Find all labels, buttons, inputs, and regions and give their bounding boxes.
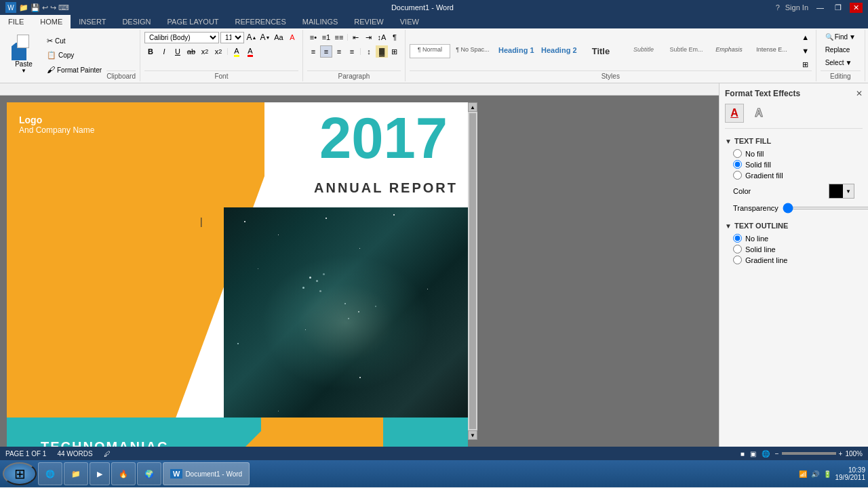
solid-line-radio[interactable]: [733, 245, 742, 253]
zoom-slider[interactable]: [782, 452, 836, 455]
solid-fill-radio[interactable]: [733, 160, 742, 169]
increase-font-button[interactable]: A▲: [245, 31, 258, 43]
document-page[interactable]: Logo And Company Name 2017 ANNUAL REPORT…: [7, 102, 468, 447]
web-view-button[interactable]: 🌐: [762, 450, 770, 458]
text-highlight-button[interactable]: A: [231, 45, 243, 58]
decrease-font-button[interactable]: A▼: [259, 31, 271, 43]
underline-button[interactable]: U: [172, 45, 184, 58]
taskbar-battery-icon[interactable]: 🔋: [823, 470, 831, 478]
transparency-slider[interactable]: [783, 207, 868, 209]
copy-button[interactable]: 📋 Copy: [42, 49, 106, 62]
style-heading1[interactable]: Heading 1: [495, 44, 536, 58]
color-dropdown-button[interactable]: ▼: [843, 184, 854, 198]
no-fill-radio[interactable]: [733, 149, 742, 158]
solid-line-option[interactable]: Solid line: [733, 245, 863, 253]
subscript-button[interactable]: x2: [199, 45, 211, 58]
proofing-icon[interactable]: 🖊: [104, 450, 111, 458]
styles-scroll-up[interactable]: ▲: [800, 31, 812, 43]
sort-button[interactable]: ↕A: [376, 31, 388, 43]
style-intense-e[interactable]: Intense E...: [751, 44, 792, 58]
find-button[interactable]: 🔍 Find ▼: [821, 31, 861, 43]
bold-button[interactable]: B: [144, 45, 157, 58]
increase-indent-button[interactable]: ⇥: [363, 31, 375, 43]
align-right-button[interactable]: ≡: [333, 45, 345, 58]
gradient-line-radio[interactable]: [733, 256, 742, 264]
text-fill-icon-button[interactable]: A: [725, 104, 744, 123]
bullets-button[interactable]: ≡•: [307, 31, 319, 43]
styles-more-button[interactable]: ⊞: [800, 58, 812, 70]
paste-button[interactable]: Paste ▼: [7, 31, 41, 77]
style-normal[interactable]: ¶ Normal: [410, 44, 450, 58]
show-formatting-button[interactable]: ¶: [389, 31, 401, 43]
style-subtitle[interactable]: Subtitle: [623, 44, 664, 58]
tab-insert[interactable]: INSERT: [71, 15, 114, 28]
change-case-button[interactable]: Aa: [273, 31, 285, 43]
normal-view-button[interactable]: ■: [741, 450, 745, 458]
scroll-thumb[interactable]: [469, 113, 476, 429]
decrease-indent-button[interactable]: ⇤: [350, 31, 362, 43]
gradient-fill-radio[interactable]: [733, 171, 742, 180]
clear-formatting-button[interactable]: A: [286, 31, 298, 43]
align-left-button[interactable]: ≡: [307, 45, 319, 58]
font-color-button[interactable]: A: [244, 45, 256, 58]
style-heading2[interactable]: Heading 2: [538, 44, 578, 58]
style-title[interactable]: Title: [580, 44, 621, 58]
tab-review[interactable]: REVIEW: [346, 15, 391, 28]
reader-view-button[interactable]: ▣: [750, 450, 756, 458]
scroll-up-button[interactable]: ▲: [468, 102, 477, 112]
gradient-fill-option[interactable]: Gradient fill: [733, 171, 863, 180]
gradient-line-option[interactable]: Gradient line: [733, 256, 863, 264]
text-outline-header[interactable]: ▼ TEXT OUTLINE: [725, 222, 863, 230]
tab-page-layout[interactable]: PAGE LAYOUT: [159, 15, 227, 28]
justify-button[interactable]: ≡: [346, 45, 358, 58]
styles-scroll-down[interactable]: ▼: [800, 45, 812, 57]
text-fill-header[interactable]: ▼ TEXT FILL: [725, 137, 863, 145]
solid-fill-option[interactable]: Solid fill: [733, 160, 863, 169]
border-button[interactable]: ⊞: [389, 45, 401, 58]
superscript-button[interactable]: x2: [212, 45, 224, 58]
help-button[interactable]: ?: [776, 3, 780, 12]
text-outline-icon-button[interactable]: A: [749, 104, 768, 123]
tab-view[interactable]: VIEW: [392, 15, 427, 28]
shading-button[interactable]: ▓: [376, 45, 388, 58]
style-subtle-em[interactable]: Subtle Em...: [666, 44, 707, 58]
taskbar-ie-button[interactable]: 🌐: [38, 462, 62, 485]
no-line-radio[interactable]: [733, 234, 742, 243]
tab-home[interactable]: HOME: [32, 15, 71, 28]
replace-button[interactable]: Replace: [821, 44, 855, 56]
tab-file[interactable]: FILE: [0, 15, 32, 28]
start-button[interactable]: ⊞: [3, 462, 37, 485]
cut-button[interactable]: ✂ Cut: [42, 35, 106, 47]
numbering-button[interactable]: ≡1: [320, 31, 332, 43]
taskbar-network-icon[interactable]: 📶: [799, 470, 807, 478]
scroll-down-button[interactable]: ▼: [468, 430, 477, 440]
panel-close-button[interactable]: ✕: [856, 89, 863, 98]
taskbar-firefox-button[interactable]: 🔥: [111, 462, 136, 485]
taskbar-explorer-button[interactable]: 📁: [64, 462, 88, 485]
format-painter-button[interactable]: 🖌 Format Painter: [42, 63, 106, 77]
select-button[interactable]: Select ▼: [821, 57, 857, 68]
minimize-button[interactable]: —: [814, 3, 827, 12]
style-strong[interactable]: Strong: [794, 44, 798, 58]
tab-mailings[interactable]: MAILINGS: [294, 15, 347, 28]
align-center-button[interactable]: ≡: [320, 45, 332, 58]
taskbar-audio-icon[interactable]: 🔊: [811, 470, 819, 478]
signin-button[interactable]: Sign In: [785, 3, 808, 12]
font-size-select[interactable]: 11: [220, 32, 244, 43]
strikethrough-button[interactable]: ab: [185, 45, 197, 58]
italic-button[interactable]: I: [158, 45, 170, 58]
taskbar-chrome-button[interactable]: 🌍: [137, 462, 161, 485]
line-spacing-button[interactable]: ↕: [363, 45, 375, 58]
font-name-select[interactable]: Calibri (Body): [144, 32, 219, 43]
zoom-in-button[interactable]: +: [839, 450, 843, 458]
style-no-spacing[interactable]: ¶ No Spac...: [452, 44, 493, 58]
tab-design[interactable]: DESIGN: [114, 15, 159, 28]
taskbar-clock[interactable]: 10:39 19/9/2011: [835, 466, 866, 481]
zoom-out-button[interactable]: −: [775, 450, 779, 458]
multilevel-button[interactable]: ≡≡: [333, 31, 345, 43]
taskbar-media-button[interactable]: ▶: [90, 462, 110, 485]
no-line-option[interactable]: No line: [733, 234, 863, 243]
vertical-scrollbar[interactable]: ▲ ▼: [468, 102, 477, 440]
color-picker[interactable]: ▼: [829, 184, 854, 199]
restore-button[interactable]: ❐: [832, 3, 844, 12]
